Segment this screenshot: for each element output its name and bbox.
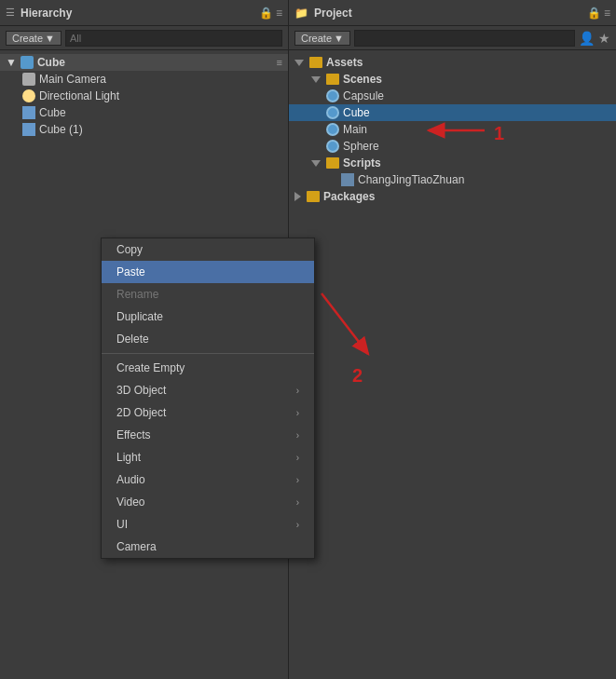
item-label: ChangJingTiaoZhuan xyxy=(358,173,464,186)
project-search-input[interactable] xyxy=(354,30,575,47)
light-label: Light xyxy=(116,451,141,464)
audio-label: Audio xyxy=(116,473,145,486)
folder-header-icon: 📁 xyxy=(294,7,308,20)
hierarchy-root-label: Cube xyxy=(37,56,65,69)
assets-label: Assets xyxy=(326,56,363,69)
video-label: Video xyxy=(116,496,144,509)
menu-item-effects[interactable]: Effects › xyxy=(102,424,314,446)
project-item-capsule[interactable]: Capsule xyxy=(289,88,616,104)
hierarchy-create-button[interactable]: Create ▼ xyxy=(6,31,62,46)
scenes-label: Scenes xyxy=(343,73,382,86)
item-label: Cube (1) xyxy=(39,123,83,136)
project-lock-icon[interactable]: 🔒 ≡ xyxy=(587,7,610,20)
rename-label: Rename xyxy=(116,288,158,301)
3d-object-label: 3D Object xyxy=(116,384,166,397)
dropdown-arrow-icon: ▼ xyxy=(45,33,55,44)
submenu-arrow-icon: › xyxy=(296,497,299,508)
menu-item-copy[interactable]: Copy xyxy=(102,238,314,261)
hierarchy-item-cube[interactable]: Cube xyxy=(0,104,288,121)
scripts-label: Scripts xyxy=(343,156,381,170)
cube-root-icon xyxy=(21,56,34,69)
submenu-arrow-icon: › xyxy=(296,453,299,463)
menu-item-create-empty[interactable]: Create Empty xyxy=(102,357,314,379)
item-label: Cube xyxy=(39,106,66,119)
folder-icon xyxy=(326,157,339,169)
project-panel: 📁 Project 🔒 ≡ Create ▼ 👤 ★ Assets xyxy=(289,0,616,679)
item-label: Cube xyxy=(343,106,370,119)
duplicate-label: Duplicate xyxy=(116,310,163,323)
submenu-arrow-icon: › xyxy=(296,475,299,485)
packages-label: Packages xyxy=(323,190,375,203)
menu-item-paste[interactable]: Paste xyxy=(102,261,314,283)
packages-folder[interactable]: Packages xyxy=(289,188,616,205)
person-icon: 👤 xyxy=(579,31,595,46)
2d-object-label: 2D Object xyxy=(116,406,166,419)
camera-icon xyxy=(22,73,35,86)
menu-item-light[interactable]: Light › xyxy=(102,446,314,469)
folder-icon xyxy=(307,191,320,202)
menu-item-rename: Rename xyxy=(102,283,314,306)
hierarchy-header: ☰ Hierarchy 🔒 ≡ xyxy=(0,0,288,26)
assets-folder[interactable]: Assets xyxy=(289,54,616,71)
effects-label: Effects xyxy=(116,428,150,441)
asset-icon xyxy=(326,140,339,153)
delete-label: Delete xyxy=(116,333,149,346)
hierarchy-toolbar: Create ▼ xyxy=(0,26,288,50)
menu-item-video[interactable]: Video › xyxy=(102,491,314,513)
triangle-down-icon: ▼ xyxy=(6,56,17,69)
menu-item-ui[interactable]: UI › xyxy=(102,513,314,536)
project-create-button[interactable]: Create ▼ xyxy=(294,31,350,46)
create-empty-label: Create Empty xyxy=(116,361,185,374)
hierarchy-item-main-camera[interactable]: Main Camera xyxy=(0,71,288,88)
lock-icon[interactable]: 🔒 ≡ xyxy=(259,7,282,20)
folder-icon xyxy=(309,57,322,68)
project-item-main[interactable]: Main xyxy=(289,121,616,138)
create-label: Create xyxy=(12,33,43,44)
context-menu: Copy Paste Rename Duplicate Delete Creat… xyxy=(101,238,315,559)
submenu-arrow-icon: › xyxy=(296,430,299,441)
menu-item-3d-object[interactable]: 3D Object › xyxy=(102,379,314,401)
scenes-folder[interactable]: Scenes xyxy=(289,71,616,88)
menu-item-delete[interactable]: Delete xyxy=(102,328,314,350)
create-label: Create xyxy=(301,33,332,44)
light-icon xyxy=(22,89,35,102)
hierarchy-root-item[interactable]: ▼ Cube ≡ xyxy=(0,54,288,71)
ui-label: UI xyxy=(116,518,128,531)
project-item-script[interactable]: ChangJingTiaoZhuan xyxy=(289,171,616,188)
item-label: Main xyxy=(343,123,367,136)
submenu-arrow-icon: › xyxy=(296,520,299,530)
menu-separator-1 xyxy=(102,353,314,354)
cube-icon xyxy=(22,123,35,136)
camera-label: Camera xyxy=(116,540,157,553)
paste-label: Paste xyxy=(116,265,145,278)
menu-item-duplicate[interactable]: Duplicate xyxy=(102,306,314,328)
star-icon: ★ xyxy=(598,31,610,46)
item-label: Directional Light xyxy=(39,89,119,102)
menu-item-audio[interactable]: Audio › xyxy=(102,469,314,491)
options-icon: ≡ xyxy=(277,57,282,68)
copy-label: Copy xyxy=(116,243,143,256)
cube-icon xyxy=(22,106,35,119)
hierarchy-item-cube-1[interactable]: Cube (1) xyxy=(0,121,288,138)
project-header: 📁 Project 🔒 ≡ xyxy=(289,0,616,26)
asset-icon xyxy=(326,89,339,102)
project-item-cube[interactable]: Cube xyxy=(289,104,616,121)
submenu-arrow-icon: › xyxy=(296,408,299,418)
triangle-down-icon xyxy=(311,76,321,83)
menu-item-2d-object[interactable]: 2D Object › xyxy=(102,401,314,424)
project-title: Project xyxy=(314,7,352,20)
folder-icon xyxy=(326,74,339,85)
triangle-down-icon xyxy=(311,160,321,167)
item-label: Capsule xyxy=(343,89,384,102)
asset-icon xyxy=(326,106,339,119)
hamburger-icon: ☰ xyxy=(6,7,15,19)
script-icon xyxy=(341,173,354,186)
project-item-sphere[interactable]: Sphere xyxy=(289,138,616,155)
menu-item-camera[interactable]: Camera xyxy=(102,536,314,558)
scripts-folder[interactable]: Scripts xyxy=(289,155,616,171)
project-toolbar: Create ▼ 👤 ★ xyxy=(289,26,616,50)
hierarchy-item-directional-light[interactable]: Directional Light xyxy=(0,88,288,104)
triangle-right-icon xyxy=(294,192,301,201)
item-label: Main Camera xyxy=(39,73,106,86)
hierarchy-search-input[interactable] xyxy=(65,30,282,47)
